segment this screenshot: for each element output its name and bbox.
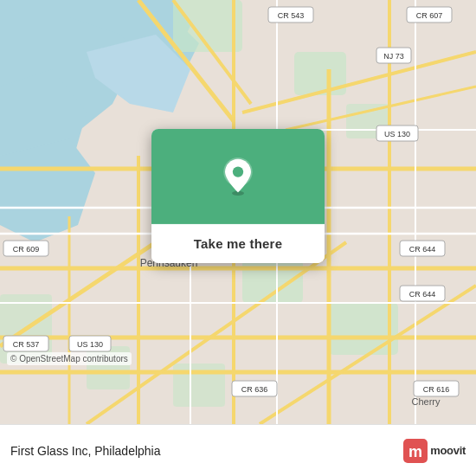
popup-map-preview xyxy=(151,129,325,224)
bottom-bar: First Glass Inc, Philadelphia m moovit xyxy=(0,424,476,476)
svg-text:US 130: US 130 xyxy=(384,130,410,138)
svg-text:NJ 73: NJ 73 xyxy=(383,52,404,61)
moovit-logo-icon: m xyxy=(403,439,428,463)
svg-text:CR 537: CR 537 xyxy=(13,340,40,349)
take-me-there-button[interactable]: Take me there xyxy=(151,224,325,263)
svg-text:CR 644: CR 644 xyxy=(409,290,436,299)
place-name: First Glass Inc, Philadelphia xyxy=(10,444,161,458)
svg-text:CR 607: CR 607 xyxy=(416,11,443,20)
svg-text:CR 644: CR 644 xyxy=(409,245,436,254)
svg-text:Cherry: Cherry xyxy=(411,396,441,407)
svg-text:CR 636: CR 636 xyxy=(241,385,268,394)
svg-text:CR 609: CR 609 xyxy=(13,245,40,254)
moovit-logo: m moovit xyxy=(403,439,466,463)
svg-text:CR 543: CR 543 xyxy=(278,11,305,20)
location-popup: Take me there xyxy=(151,129,325,263)
svg-text:m: m xyxy=(408,443,422,460)
moovit-brand-text: moovit xyxy=(430,444,466,457)
map-attribution: © OpenStreetMap contributors xyxy=(7,352,132,365)
map-container: CR 607 NJ 73 CR 543 US 130 CR 609 CR 644… xyxy=(0,0,476,424)
svg-text:US 130: US 130 xyxy=(77,340,103,349)
svg-point-64 xyxy=(233,166,243,177)
svg-text:CR 616: CR 616 xyxy=(423,385,450,394)
location-pin-icon xyxy=(219,158,257,196)
